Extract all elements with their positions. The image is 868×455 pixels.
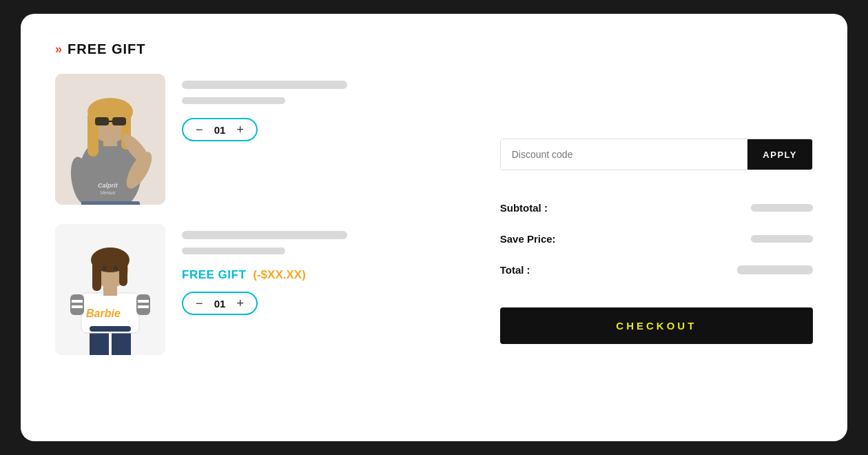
save-price-row: Save Price: <box>500 223 813 254</box>
svg-point-32 <box>103 266 107 270</box>
svg-text:Calprit: Calprit <box>98 182 118 189</box>
subtotal-value <box>751 204 813 212</box>
apply-discount-button[interactable]: APPLY <box>747 139 812 170</box>
section-title: » FREE GIFT <box>55 41 473 57</box>
product-info-1: − 01 + <box>182 74 473 141</box>
chevron-icon: » <box>55 42 62 57</box>
discount-code-input[interactable] <box>501 139 748 170</box>
qty-value-1: 01 <box>214 124 226 136</box>
svg-rect-30 <box>92 260 101 291</box>
product-image-2: Barbie <box>55 224 165 355</box>
total-value <box>737 265 813 274</box>
free-gift-price: (-$XX.XX) <box>253 268 306 282</box>
total-row: Total : <box>500 254 813 285</box>
shopping-cart-card: » FREE GIFT <box>21 14 847 441</box>
qty-decrease-btn-1[interactable]: − <box>194 123 205 136</box>
product-subname-bar-2 <box>182 247 285 254</box>
product-item-1: Calprit Venus − 01 + <box>55 74 473 205</box>
save-price-value <box>751 235 813 243</box>
right-panel: APPLY Subtotal : Save Price: Total : CHE… <box>500 41 813 414</box>
svg-point-33 <box>114 266 118 270</box>
svg-rect-34 <box>90 326 131 332</box>
subtotal-label: Subtotal : <box>500 202 548 214</box>
total-label: Total : <box>500 264 530 276</box>
qty-increase-btn-1[interactable]: + <box>235 123 245 136</box>
svg-text:Barbie: Barbie <box>86 307 121 319</box>
left-panel: » FREE GIFT <box>55 41 473 414</box>
qty-stepper-1[interactable]: − 01 + <box>182 118 258 141</box>
product-image-1: Calprit Venus <box>55 74 165 205</box>
subtotal-row: Subtotal : <box>500 192 813 223</box>
section-title-text: FREE GIFT <box>68 41 145 57</box>
product-info-2: FREE GIFT (-$XX.XX) − 01 + <box>182 224 473 315</box>
product-name-bar-1 <box>182 81 347 89</box>
svg-rect-25 <box>138 305 149 308</box>
qty-value-2: 01 <box>214 298 226 310</box>
svg-rect-23 <box>136 294 150 315</box>
svg-rect-10 <box>112 117 126 125</box>
qty-decrease-btn-2[interactable]: − <box>194 297 205 310</box>
svg-rect-22 <box>72 305 83 308</box>
svg-rect-21 <box>72 300 83 303</box>
checkout-button[interactable]: CHECKOUT <box>500 307 813 344</box>
svg-text:Venus: Venus <box>100 190 115 196</box>
qty-increase-btn-2[interactable]: + <box>235 297 245 310</box>
svg-rect-24 <box>138 300 149 303</box>
discount-row: APPLY <box>500 139 813 170</box>
save-price-label: Save Price: <box>500 233 556 245</box>
svg-rect-31 <box>119 260 127 286</box>
svg-rect-9 <box>95 117 109 125</box>
svg-rect-13 <box>81 201 140 205</box>
product-item-2: Barbie <box>55 224 473 355</box>
product-name-bar-2 <box>182 231 347 239</box>
qty-stepper-2[interactable]: − 01 + <box>182 292 258 315</box>
free-gift-label: FREE GIFT (-$XX.XX) <box>182 268 473 282</box>
product-subname-bar-1 <box>182 97 285 104</box>
svg-rect-20 <box>70 294 84 315</box>
free-gift-text: FREE GIFT <box>182 268 246 282</box>
